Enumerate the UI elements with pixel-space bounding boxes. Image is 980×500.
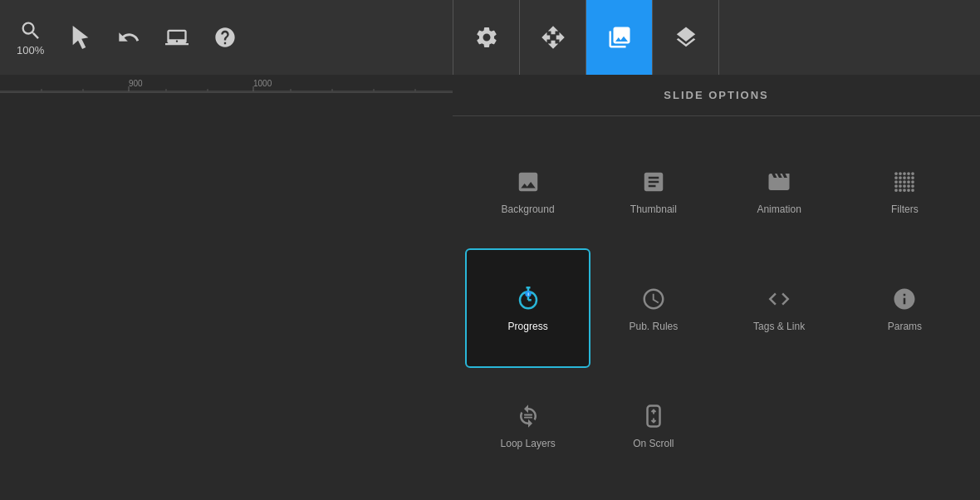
option-background[interactable]: Background <box>465 133 590 248</box>
move-icon <box>541 25 566 50</box>
settings-button[interactable] <box>453 0 520 75</box>
svg-rect-44 <box>524 417 532 419</box>
layers-icon <box>674 25 698 50</box>
option-tags-link-label: Tags & Link <box>753 321 805 332</box>
option-animation-label: Animation <box>757 203 801 215</box>
svg-point-34 <box>899 189 903 192</box>
select-tool[interactable] <box>69 26 92 49</box>
zoom-tool[interactable]: 100% <box>17 19 44 56</box>
scroll-icon <box>639 401 669 431</box>
option-filters-label: Filters <box>891 203 919 215</box>
option-progress[interactable]: i Progress <box>465 248 590 367</box>
svg-point-23 <box>895 180 899 184</box>
svg-point-18 <box>895 176 899 179</box>
option-filters[interactable]: Filters <box>842 133 968 248</box>
option-params[interactable]: Params <box>842 248 968 367</box>
help-icon <box>213 26 237 49</box>
canvas-section: 900 1000 <box>0 75 453 500</box>
option-on-scroll[interactable]: On Scroll <box>590 368 716 483</box>
svg-point-16 <box>908 172 911 175</box>
loop-icon <box>513 401 543 431</box>
svg-point-27 <box>912 180 915 184</box>
svg-point-14 <box>899 172 903 175</box>
slides-icon <box>607 25 632 50</box>
svg-point-29 <box>899 184 903 188</box>
svg-point-36 <box>908 189 911 192</box>
main-toolbar: 100% <box>0 0 980 75</box>
monitor-icon <box>165 26 189 49</box>
grid-dots-icon <box>889 167 919 197</box>
option-loop-layers[interactable]: Loop Layers <box>465 368 590 483</box>
svg-point-13 <box>895 172 899 175</box>
svg-point-35 <box>904 189 907 192</box>
svg-rect-43 <box>524 414 532 416</box>
preview-tool[interactable] <box>165 26 189 49</box>
timer-icon: i <box>513 284 543 314</box>
svg-point-28 <box>895 184 899 188</box>
cursor-icon <box>69 26 92 49</box>
undo-tool[interactable] <box>117 26 140 49</box>
svg-point-17 <box>912 172 915 175</box>
svg-point-22 <box>912 176 915 179</box>
move-button[interactable] <box>520 0 586 75</box>
toolbar-right <box>453 0 980 75</box>
option-background-label: Background <box>502 203 555 215</box>
svg-text:1000: 1000 <box>253 79 272 88</box>
option-animation[interactable]: Animation <box>717 133 842 248</box>
svg-point-24 <box>899 180 903 184</box>
svg-point-15 <box>904 172 907 175</box>
options-grid: Background Thumbnail Animation <box>453 116 980 500</box>
option-pub-rules-label: Pub. Rules <box>630 321 679 332</box>
undo-icon <box>117 26 140 49</box>
option-progress-label: Progress <box>508 321 548 332</box>
clock-icon <box>639 284 669 314</box>
layers-button[interactable] <box>653 0 719 75</box>
toolbar-left: 100% <box>0 0 453 75</box>
ruler-svg: 900 1000 <box>0 75 453 93</box>
zoom-label: 100% <box>17 44 44 56</box>
slide-options-panel: SLIDE OPTIONS Background Thumbnail Ani <box>453 75 980 500</box>
help-tool[interactable] <box>213 26 237 49</box>
ruler: 900 1000 <box>0 75 453 93</box>
option-tags-link[interactable]: Tags & Link <box>717 248 842 367</box>
option-thumbnail[interactable]: Thumbnail <box>590 133 716 248</box>
svg-point-25 <box>904 180 907 184</box>
svg-point-32 <box>912 184 915 188</box>
image-icon <box>513 167 543 197</box>
svg-point-21 <box>908 176 911 179</box>
option-pub-rules[interactable]: Pub. Rules <box>590 248 716 367</box>
option-on-scroll-label: On Scroll <box>633 438 674 449</box>
panel-title: SLIDE OPTIONS <box>453 75 980 116</box>
svg-point-19 <box>899 176 903 179</box>
slides-button[interactable] <box>586 0 653 75</box>
info-icon <box>889 284 919 314</box>
film-icon <box>764 167 794 197</box>
search-icon <box>19 19 42 42</box>
option-params-label: Params <box>888 321 922 332</box>
svg-text:900: 900 <box>129 79 143 88</box>
svg-point-31 <box>908 184 911 188</box>
option-thumbnail-label: Thumbnail <box>630 203 677 215</box>
svg-point-37 <box>912 189 915 192</box>
content-area: 900 1000 <box>0 75 980 500</box>
gear-icon <box>474 25 499 50</box>
svg-point-33 <box>895 189 899 192</box>
code-icon <box>764 284 794 314</box>
svg-point-26 <box>908 180 911 184</box>
svg-point-20 <box>904 176 907 179</box>
option-loop-layers-label: Loop Layers <box>501 438 556 449</box>
thumbnail-icon <box>639 167 669 197</box>
svg-text:i: i <box>527 291 529 297</box>
svg-point-30 <box>904 184 907 188</box>
